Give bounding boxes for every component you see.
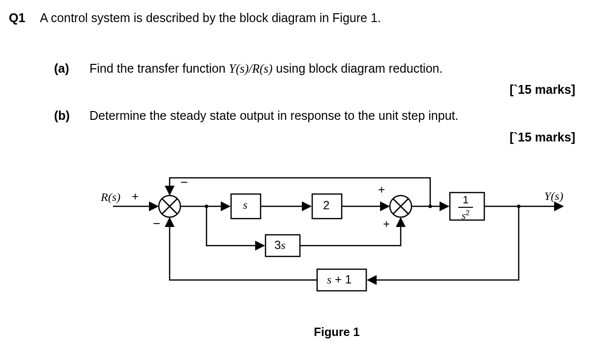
diagram-svg [101, 172, 573, 339]
block-sp1-text: s + 1s + 1 [327, 273, 352, 286]
sum1-top-sign: − [180, 175, 188, 190]
frac-den-base: s [462, 209, 466, 222]
question-stem-prefix: A control system is described by the blo… [40, 11, 332, 25]
block-diagram: R(s) + − − s 2 + + 1 s2 Y(s) 33ss s + 1s… [101, 172, 573, 339]
question-label: Q1 [9, 10, 25, 26]
question-stem: A control system is described by the blo… [40, 10, 381, 26]
sum1-bottom-sign: − [153, 216, 160, 231]
block-2-text: 2 [323, 198, 329, 212]
input-label: R(s) [101, 191, 120, 204]
part-a-text: Find the transfer function Y(s)/R(s) usi… [89, 60, 442, 77]
frac-den: s2 [462, 209, 470, 221]
block-s-text: s [243, 198, 247, 212]
part-a: (a) Find the transfer function Y(s)/R(s)… [54, 60, 580, 77]
question-heading: Q1 A control system is described by the … [9, 10, 580, 26]
sum2-left-sign: + [378, 183, 385, 196]
part-b-text: Determine the steady state output in res… [89, 108, 458, 124]
input-label-text: R(s) [101, 191, 120, 203]
page: Q1 A control system is described by the … [0, 0, 590, 364]
part-b: (b) Determine the steady state output in… [54, 108, 580, 124]
sum1-left-sign: + [132, 190, 139, 203]
question-stem-suffix: . [378, 11, 381, 25]
figure-caption: Figure 1 [101, 325, 573, 339]
frac-den-exp: 2 [466, 209, 470, 217]
figure-ref: Figure 1 [332, 11, 378, 25]
part-a-label: (a) [54, 60, 75, 77]
part-a-suffix: using block diagram reduction. [272, 61, 442, 75]
sum2-bottom-sign: + [383, 217, 390, 231]
block-frac: 1 s2 [458, 193, 473, 222]
question-parts: (a) Find the transfer function Y(s)/R(s)… [54, 60, 580, 145]
part-b-marks: [`15 marks] [54, 130, 575, 144]
frac-bar [458, 207, 473, 208]
frac-num: 1 [463, 194, 469, 205]
part-a-tf-expr: Y(s)/R(s) [229, 62, 272, 75]
output-label: Y(s) [544, 190, 563, 203]
block-3s-text: 33ss [274, 238, 286, 252]
part-a-marks: [`15 marks] [54, 83, 575, 97]
part-a-prefix: Find the transfer function [89, 61, 229, 75]
part-b-label: (b) [54, 108, 75, 124]
